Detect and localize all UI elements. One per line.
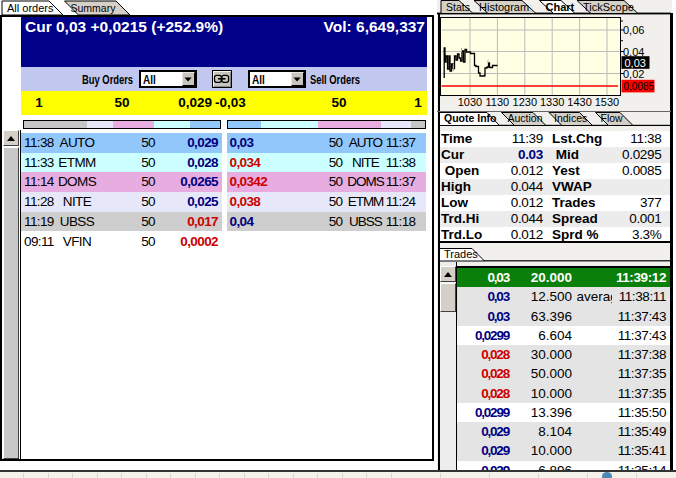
svg-text:Flow: Flow — [601, 112, 624, 124]
svg-text:Histogram: Histogram — [479, 1, 529, 13]
svg-text:Quote Info: Quote Info — [444, 112, 497, 124]
svg-text:Auction: Auction — [508, 112, 543, 124]
svg-text:Indices: Indices — [554, 112, 587, 124]
svg-text:TickScope: TickScope — [583, 1, 634, 13]
svg-text:All orders: All orders — [7, 2, 54, 14]
svg-text:Chart: Chart — [546, 1, 575, 13]
svg-text:Summary: Summary — [71, 2, 117, 14]
svg-text:Stats: Stats — [446, 1, 470, 13]
svg-text:Trades: Trades — [444, 248, 478, 260]
